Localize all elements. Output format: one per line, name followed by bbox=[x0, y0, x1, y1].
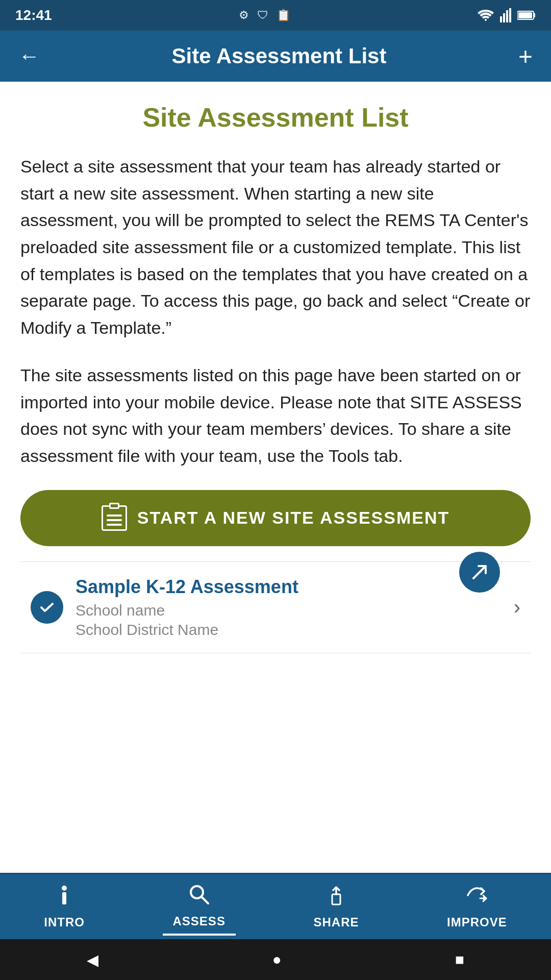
assessment-district: School District Name bbox=[76, 621, 509, 639]
assessment-list-item[interactable]: Sample K-12 Assessment School name Schoo… bbox=[20, 562, 531, 653]
page-title: Site Assessment List bbox=[20, 102, 531, 133]
description-paragraph-1: Select a site assessment that your team … bbox=[20, 153, 531, 341]
signal-icons bbox=[478, 8, 536, 22]
nav-label-intro: INTRO bbox=[44, 915, 85, 929]
assessment-list: Sample K-12 Assessment School name Schoo… bbox=[20, 561, 531, 653]
share-icon bbox=[325, 884, 347, 911]
nav-item-share[interactable]: SHARE bbox=[303, 879, 369, 935]
nav-label-assess: ASSESS bbox=[173, 914, 226, 928]
app-bar: ← Site Assessment List + bbox=[0, 31, 551, 82]
shield-icon: 🛡 bbox=[257, 9, 268, 22]
nav-label-improve: IMPROVE bbox=[447, 915, 507, 929]
svg-rect-6 bbox=[534, 13, 535, 17]
system-recent-button[interactable]: ■ bbox=[455, 951, 464, 968]
assessment-title: Sample K-12 Assessment bbox=[76, 576, 509, 598]
svg-line-11 bbox=[202, 897, 208, 903]
improve-icon bbox=[466, 884, 488, 911]
app-bar-title: Site Assessment List bbox=[40, 44, 518, 68]
nav-item-assess[interactable]: ASSESS bbox=[163, 878, 236, 936]
back-button[interactable]: ← bbox=[18, 44, 40, 68]
external-link-button[interactable] bbox=[459, 552, 500, 593]
svg-rect-12 bbox=[332, 894, 340, 904]
clipboard-button-icon bbox=[102, 505, 127, 531]
settings-icon: ⚙ bbox=[239, 9, 249, 22]
nav-label-share: SHARE bbox=[313, 915, 359, 929]
svg-point-8 bbox=[62, 886, 67, 891]
svg-point-0 bbox=[485, 19, 487, 21]
status-time: 12:41 bbox=[15, 7, 52, 23]
wifi-icon bbox=[478, 10, 494, 21]
status-bar: 12:41 ⚙ 🛡 📋 bbox=[0, 0, 551, 31]
system-back-button[interactable]: ◀ bbox=[87, 951, 98, 969]
nav-item-intro[interactable]: INTRO bbox=[34, 879, 95, 935]
system-home-button[interactable]: ● bbox=[272, 951, 281, 968]
intro-icon bbox=[54, 884, 74, 911]
system-nav-bar: ◀ ● ■ bbox=[0, 939, 551, 980]
signal-icon bbox=[500, 8, 511, 22]
svg-rect-7 bbox=[518, 12, 532, 18]
svg-rect-9 bbox=[62, 892, 66, 904]
assessment-details: Sample K-12 Assessment School name Schoo… bbox=[76, 576, 509, 639]
description-paragraph-2: The site assessments listed on this page… bbox=[20, 362, 531, 470]
svg-rect-4 bbox=[509, 8, 511, 22]
svg-rect-1 bbox=[500, 16, 502, 22]
main-content: Site Assessment List Select a site asses… bbox=[0, 82, 551, 653]
battery-icon bbox=[517, 10, 536, 20]
start-new-assessment-button[interactable]: START A NEW SITE ASSESSMENT bbox=[20, 490, 531, 546]
svg-rect-2 bbox=[503, 13, 505, 22]
svg-rect-3 bbox=[506, 10, 508, 22]
assessment-school: School name bbox=[76, 602, 509, 619]
add-button[interactable]: + bbox=[518, 42, 533, 70]
bottom-navigation: INTRO ASSESS SHARE IMPROVE bbox=[0, 873, 551, 939]
clipboard-status-icon: 📋 bbox=[277, 9, 290, 22]
assess-icon bbox=[188, 883, 210, 910]
start-button-label: START A NEW SITE ASSESSMENT bbox=[137, 508, 450, 528]
check-circle-icon bbox=[31, 591, 63, 624]
chevron-right-icon: › bbox=[514, 596, 520, 619]
nav-item-improve[interactable]: IMPROVE bbox=[437, 879, 517, 935]
status-icons: ⚙ 🛡 📋 bbox=[239, 9, 290, 22]
